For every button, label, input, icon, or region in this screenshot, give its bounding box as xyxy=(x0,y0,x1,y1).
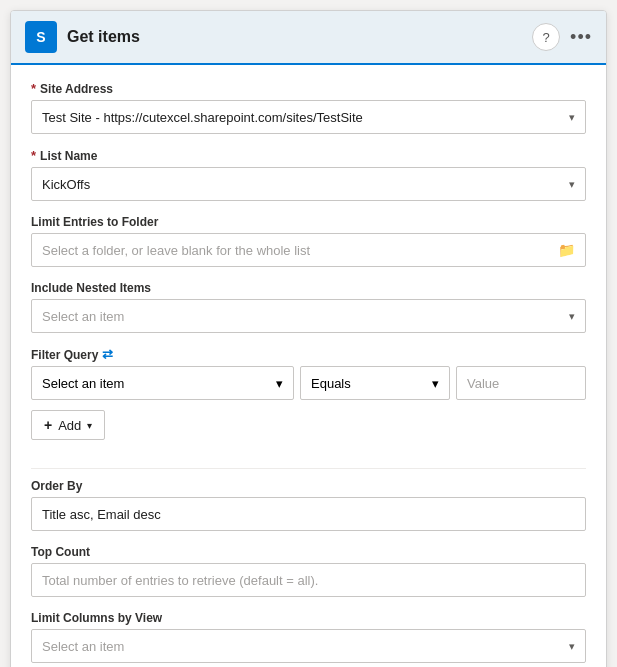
limit-columns-group: Limit Columns by View Select an item ▾ xyxy=(31,611,586,663)
app-icon: S xyxy=(25,21,57,53)
site-address-chevron: ▾ xyxy=(569,111,575,124)
top-count-placeholder: Total number of entries to retrieve (def… xyxy=(42,573,318,588)
top-count-group: Top Count Total number of entries to ret… xyxy=(31,545,586,597)
filter-item-chevron: ▾ xyxy=(276,376,283,391)
help-button[interactable]: ? xyxy=(532,23,560,51)
card-header: S Get items ? ••• xyxy=(11,11,606,65)
limit-entries-group: Limit Entries to Folder Select a folder,… xyxy=(31,215,586,267)
card-title: Get items xyxy=(67,28,140,46)
add-button[interactable]: + Add ▾ xyxy=(31,410,105,440)
list-name-group: * List Name KickOffs ▾ xyxy=(31,148,586,201)
divider xyxy=(31,468,586,469)
list-name-select[interactable]: KickOffs ▾ xyxy=(31,167,586,201)
filter-equals-select[interactable]: Equals ▾ xyxy=(300,366,450,400)
list-name-chevron: ▾ xyxy=(569,178,575,191)
filter-row: Select an item ▾ Equals ▾ Value xyxy=(31,366,586,400)
order-by-label: Order By xyxy=(31,479,586,493)
top-count-input[interactable]: Total number of entries to retrieve (def… xyxy=(31,563,586,597)
filter-query-label: Filter Query ⇄ xyxy=(31,347,586,362)
list-name-label: * List Name xyxy=(31,148,586,163)
site-address-required: * xyxy=(31,81,36,96)
folder-icon: 📁 xyxy=(558,242,575,258)
top-count-label: Top Count xyxy=(31,545,586,559)
limit-entries-label: Limit Entries to Folder xyxy=(31,215,586,229)
site-address-value: Test Site - https://cutexcel.sharepoint.… xyxy=(42,110,363,125)
include-nested-label: Include Nested Items xyxy=(31,281,586,295)
filter-value-input[interactable]: Value xyxy=(456,366,586,400)
limit-columns-select[interactable]: Select an item ▾ xyxy=(31,629,586,663)
get-items-card: S Get items ? ••• * Site Address Test Si… xyxy=(10,10,607,667)
add-button-chevron: ▾ xyxy=(87,420,92,431)
filter-item-select[interactable]: Select an item ▾ xyxy=(31,366,294,400)
filter-swap-icon[interactable]: ⇄ xyxy=(102,347,113,362)
header-left: S Get items xyxy=(25,21,140,53)
include-nested-group: Include Nested Items Select an item ▾ xyxy=(31,281,586,333)
filter-item-placeholder: Select an item xyxy=(42,376,124,391)
order-by-group: Order By Title asc, Email desc xyxy=(31,479,586,531)
filter-value-placeholder: Value xyxy=(467,376,499,391)
list-name-value: KickOffs xyxy=(42,177,90,192)
site-address-label: * Site Address xyxy=(31,81,586,96)
site-address-select[interactable]: Test Site - https://cutexcel.sharepoint.… xyxy=(31,100,586,134)
limit-entries-input[interactable]: Select a folder, or leave blank for the … xyxy=(31,233,586,267)
include-nested-placeholder: Select an item xyxy=(42,309,124,324)
order-by-value: Title asc, Email desc xyxy=(42,507,161,522)
more-options-button[interactable]: ••• xyxy=(570,27,592,48)
limit-entries-placeholder: Select a folder, or leave blank for the … xyxy=(42,243,310,258)
limit-columns-label: Limit Columns by View xyxy=(31,611,586,625)
limit-columns-chevron: ▾ xyxy=(569,640,575,653)
filter-equals-value: Equals xyxy=(311,376,351,391)
site-address-group: * Site Address Test Site - https://cutex… xyxy=(31,81,586,134)
list-name-required: * xyxy=(31,148,36,163)
include-nested-select[interactable]: Select an item ▾ xyxy=(31,299,586,333)
header-actions: ? ••• xyxy=(532,23,592,51)
limit-columns-placeholder: Select an item xyxy=(42,639,124,654)
add-button-label: Add xyxy=(58,418,81,433)
add-plus-icon: + xyxy=(44,417,52,433)
filter-equals-chevron: ▾ xyxy=(432,376,439,391)
card-body: * Site Address Test Site - https://cutex… xyxy=(11,65,606,667)
order-by-input[interactable]: Title asc, Email desc xyxy=(31,497,586,531)
include-nested-chevron: ▾ xyxy=(569,310,575,323)
filter-query-group: Filter Query ⇄ Select an item ▾ Equals ▾… xyxy=(31,347,586,454)
